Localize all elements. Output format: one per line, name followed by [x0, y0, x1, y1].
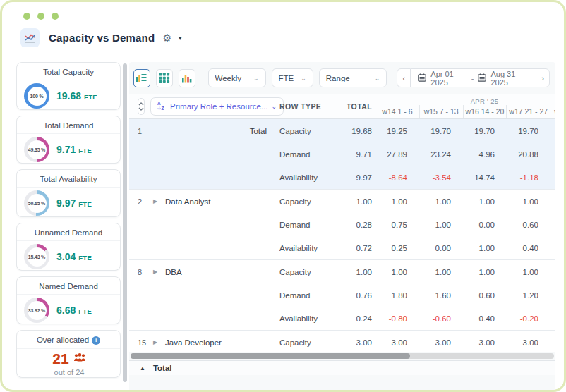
week-value-cell: 3.00	[419, 338, 462, 347]
window-controls	[2, 2, 564, 20]
week-columns-header: APR ' 25 w14 1 - 6w15 7 - 13w16 14 - 20w…	[375, 94, 555, 118]
donut-gauge: 15.43 %	[24, 244, 49, 269]
over-allocated-count: 21	[52, 350, 68, 367]
week-value-cell: 1.00	[419, 221, 462, 229]
week-value-cell: 27.89	[375, 150, 419, 159]
table-row-group: 1TotalCapacity19.6819.2519.7019.7019.70D…	[129, 119, 555, 189]
sort-alpha-icon: AZ	[157, 100, 167, 113]
svg-text:Z: Z	[162, 106, 164, 111]
row-type-cell: Demand	[279, 291, 343, 300]
fte-value: 9.97FTE	[56, 197, 92, 209]
calendar-icon[interactable]	[418, 72, 426, 85]
page-title: Capacity vs Demand	[49, 32, 155, 44]
table-row: Availability0.24-0.80-0.600.40-0.20	[129, 307, 555, 330]
next-period-button[interactable]: ›	[536, 68, 550, 87]
summary-cards: Total Capacity100 %19.68FTETotal Demand4…	[16, 62, 121, 324]
total-footer-bar[interactable]: ▲ Total	[129, 360, 555, 375]
table-row: Demand0.280.751.000.000.60	[129, 213, 555, 236]
week-value-cell: -0.20	[506, 314, 550, 323]
table-toolbar: Weekly⌄ FTE⌄ Range⌄ ‹ Apr 01 2025 -	[129, 62, 555, 94]
row-group-name: DBA	[165, 268, 279, 276]
card-title: Over allocatedi	[17, 331, 120, 349]
week-column-header: w18	[550, 105, 555, 118]
chevron-down-icon[interactable]: ▾	[179, 34, 182, 42]
total-column-header: TOTAL	[343, 94, 375, 118]
week-value-cell: -1.18	[506, 173, 550, 182]
fte-unit: FTE	[78, 200, 92, 208]
week-value-cell: 0.60	[462, 291, 506, 300]
fte-unit: FTE	[78, 307, 92, 315]
total-value-cell: 0.76	[343, 291, 375, 300]
expand-caret-icon[interactable]: ▶	[153, 198, 165, 204]
week-value-cell: 4.96	[462, 150, 506, 159]
row-group-name: Java Developer	[165, 338, 279, 347]
card-title: Total Demand	[17, 116, 120, 134]
summary-card: Total Demand49.35 %9.71FTE	[16, 116, 121, 164]
donut-percent-label: 100 %	[30, 94, 44, 99]
fte-value: 6.68FTE	[56, 305, 92, 316]
week-value-cell: 1.00	[506, 268, 550, 276]
week-value-cell: 1.00	[419, 268, 462, 276]
week-value-cell: 1.00	[462, 268, 506, 276]
card-title: Total Availability	[17, 170, 120, 188]
table-row: Demand0.761.801.600.601.20	[129, 283, 555, 307]
row-type-cell: Capacity	[279, 127, 343, 135]
week-value-cell: 1.00	[375, 197, 419, 206]
fte-number: 9.97	[56, 197, 76, 209]
row-type-cell: Availability	[279, 173, 343, 182]
app-window: Capacity vs Demand ⚙ ▾ Total Capacity100…	[0, 0, 566, 392]
people-group-icon	[73, 353, 86, 365]
fte-unit: FTE	[78, 254, 92, 262]
row-type-cell: Availability	[279, 244, 343, 252]
week-value-cell: -3.54	[419, 173, 462, 182]
week-value-cell: -8.64	[375, 173, 419, 182]
chart-table-view-button[interactable]	[133, 69, 150, 87]
sidebar-scrollbar	[121, 62, 129, 392]
prev-period-button[interactable]: ‹	[397, 68, 411, 87]
fte-unit: FTE	[84, 93, 97, 101]
fte-number: 6.68	[56, 305, 76, 316]
bar-chart-view-button[interactable]	[179, 69, 195, 87]
period-select[interactable]: Weekly⌄	[208, 68, 266, 87]
fte-number: 19.68	[56, 90, 81, 102]
horizontal-scrollbar-thumb[interactable]	[131, 353, 410, 359]
week-value-cell: 3.00	[506, 338, 550, 347]
range-select[interactable]: Range⌄	[319, 68, 387, 87]
window-dot	[52, 13, 59, 20]
footer-total-label: Total	[153, 364, 172, 372]
summary-card: Total Availability50.65 %9.97FTE	[16, 169, 121, 217]
week-value-cell: 19.70	[462, 127, 506, 135]
row-type-cell: Capacity	[279, 338, 343, 347]
total-value-cell: 3.00	[343, 338, 375, 347]
window-dot	[23, 13, 30, 20]
week-column-header: w15 7 - 13	[419, 105, 463, 118]
fte-value: 9.71FTE	[56, 144, 92, 155]
expand-caret-icon[interactable]: ▶	[153, 269, 165, 275]
week-value-cell: -0.60	[419, 314, 462, 323]
expand-caret-icon[interactable]: ▶	[153, 339, 165, 345]
table-row-group: 2▶Data AnalystCapacity1.001.001.001.001.…	[129, 189, 555, 259]
info-icon[interactable]: i	[92, 336, 100, 345]
gear-icon[interactable]: ⚙	[162, 32, 171, 44]
week-value-cell: 19.70	[419, 127, 462, 135]
grid-view-button[interactable]	[156, 69, 173, 87]
start-date-field[interactable]: Apr 01 2025	[430, 70, 466, 87]
unit-select[interactable]: FTE⌄	[272, 68, 313, 87]
total-value-cell: 0.24	[343, 314, 375, 323]
grouping-dropdown[interactable]: AZ Primary Role + Resource... ⌄	[150, 97, 284, 116]
end-date-field[interactable]: Aug 31 2025	[490, 70, 529, 87]
sidebar-scrollbar-thumb[interactable]	[123, 63, 127, 382]
table-row: Availability9.97-8.64-3.5414.74-1.18	[129, 166, 555, 189]
fte-value: 3.04FTE	[56, 251, 92, 262]
row-sort-spinner[interactable]	[138, 98, 145, 115]
table-row-group: 8▶DBACapacity1.001.001.001.001.00Demand0…	[129, 259, 555, 330]
calendar-icon[interactable]	[478, 72, 486, 85]
week-value-cell: 0.40	[506, 244, 550, 252]
table-header: AZ Primary Role + Resource... ⌄ ROW TYPE…	[129, 94, 555, 119]
week-value-cell: 0.60	[506, 221, 550, 229]
page-header: Capacity vs Demand ⚙ ▾	[2, 20, 564, 56]
over-allocated-card: Over allocatedi 21 out of 24	[16, 330, 121, 378]
week-value-cell: 0.00	[419, 244, 462, 252]
month-group-header: APR ' 25	[375, 94, 555, 105]
over-allocated-caption: out of 24	[54, 368, 85, 376]
